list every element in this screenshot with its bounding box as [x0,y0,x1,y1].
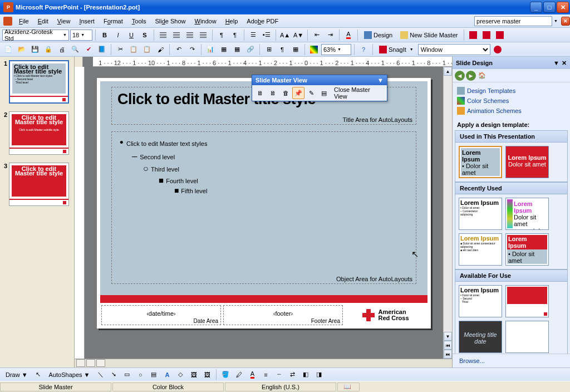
footer-placeholder[interactable]: ‹footer›Footer Area [223,305,343,325]
show-formatting-button[interactable]: ¶ [276,43,288,56]
template-thumb[interactable]: Lorem Ipsum• Dolor sit amet– Consectetur [505,233,549,266]
date-placeholder[interactable]: ‹date/time›Date Area [101,305,221,325]
scroll-down-button[interactable]: ▼ [444,332,452,341]
animation-schemes-link[interactable]: Animation Schemes [457,106,566,116]
mdi-close-button[interactable]: ✕ [561,17,570,26]
text-dir-button[interactable]: ¶ [215,29,228,41]
master-thumb-1[interactable]: Click to edit Master title style• Click … [9,60,69,104]
redo-button[interactable]: ↷ [186,43,198,56]
underline-button[interactable]: U [125,29,137,41]
font-color-button[interactable]: A [342,29,355,41]
pdf-button-1[interactable] [467,29,479,41]
slide-canvas[interactable]: Slide Master View▼ 🗎 🗎 🗑 📌 ✎ ▤ Close Mas… [85,67,443,359]
pdf-button-3[interactable] [494,29,506,41]
new-slide-master-button[interactable]: New Slide Master [397,29,461,41]
insert-title-master-button[interactable]: 🗎 [267,87,279,99]
snagit-button[interactable]: SnagIt▼ [376,43,417,56]
design-templates-link[interactable]: Design Templates [457,86,566,96]
select-objects-button[interactable]: ↖ [32,369,45,381]
menu-slideshow[interactable]: Slide Show [150,16,190,26]
align-left-button[interactable] [157,29,169,41]
arrow-style-button[interactable]: ⇄ [286,369,298,381]
ruler-horizontal[interactable]: 1 · · · 12 · · · 1 · · · 10 · · · 1 · · … [93,57,452,67]
template-thumb[interactable]: Lorem Ipsum• Dolor sit amet– Consectetur… [459,198,502,230]
3d-style-button[interactable]: ◨ [313,369,325,381]
numbering-button[interactable]: ☰ [247,29,259,41]
bold-button[interactable]: B [99,29,111,41]
menu-adobepdf[interactable]: Adobe PDF [242,16,283,26]
diagram-button[interactable]: ◇ [174,369,186,381]
picture-button[interactable]: 🖼 [201,369,213,381]
template-thumb[interactable] [505,321,549,353]
template-thumb[interactable]: Lorem Ipsum• Dolor sit amet– SecondThird [459,146,502,178]
italic-button[interactable]: I [112,29,124,41]
wordart-button[interactable]: A [161,369,173,381]
undo-button[interactable]: ↶ [173,43,185,56]
template-thumb[interactable] [505,285,549,317]
arrow-button[interactable]: ➘ [107,369,120,381]
cut-button[interactable]: ✂ [114,43,126,56]
next-slide-button[interactable]: ⏭ [444,350,452,359]
autoshapes-button[interactable]: AutoShapes ▼ [46,369,94,381]
template-thumb[interactable]: Lorem IpsumDolor sit amet consectetur ad… [505,198,549,230]
slideshow-view-button[interactable] [96,359,105,367]
slide-master-view-toolbar[interactable]: Slide Master View▼ 🗎 🗎 🗑 📌 ✎ ▤ Close Mas… [252,75,387,101]
new-button[interactable]: 📄 [2,43,14,56]
color-button[interactable] [308,43,320,56]
help-button[interactable]: ? [357,43,370,56]
color-schemes-link[interactable]: Color Schemes [457,96,566,106]
text-dir2-button[interactable]: ¶ [229,29,241,41]
table-button[interactable]: ▦ [218,43,230,56]
menu-format[interactable]: Format [99,16,127,26]
font-color-button-2[interactable]: A [246,369,258,381]
help-search-input[interactable] [474,16,552,26]
shadow-button[interactable]: S [139,29,151,41]
permission-button[interactable]: 🔒 [42,43,55,56]
dropdown-icon[interactable]: ▼ [554,19,558,23]
master-thumb-2[interactable]: Click to edit Master title styleClick to… [9,111,69,155]
close-master-view-button[interactable]: Close Master View [331,87,385,99]
menu-edit[interactable]: Edit [33,16,53,26]
ruler-vertical[interactable] [75,67,85,359]
font-size-select[interactable]: 18▼ [70,30,92,41]
home-button[interactable]: 🏠 [477,71,487,81]
maximize-button[interactable]: □ [543,2,556,13]
status-language[interactable]: English (U.S.) [225,383,336,391]
status-spell[interactable]: 📖 [337,383,360,391]
open-button[interactable]: 📂 [16,43,28,56]
menu-help[interactable]: Help [221,16,243,26]
master-layout-button[interactable]: ▤ [318,87,330,99]
menu-insert[interactable]: Insert [75,16,99,26]
bullets-button[interactable]: ▪☰ [261,29,273,41]
decrease-font-button[interactable]: A▼ [292,29,304,41]
floating-toolbar-title[interactable]: Slide Master View▼ [252,75,387,85]
copy-button[interactable]: 📋 [127,43,140,56]
body-level-3[interactable]: ○ Third level [143,164,408,174]
rename-master-button[interactable]: ✎ [305,87,317,99]
draw-menu-button[interactable]: Draw ▼ [2,369,31,381]
grid-button[interactable]: ▦ [289,43,302,56]
menu-view[interactable]: View [53,16,75,26]
body-level-4[interactable]: ■ Fourth level [159,175,408,185]
dropdown-icon[interactable]: ▼ [377,77,384,84]
window-select[interactable]: Window [418,44,490,55]
body-level-2[interactable]: – Second level [132,151,408,162]
template-thumb[interactable]: Lorem Ipsum■ Dolor sit amet consectetur … [459,233,502,266]
tables-borders-button[interactable]: ▦ [231,43,243,56]
delete-master-button[interactable]: 🗑 [279,87,292,99]
minimize-button[interactable]: _ [530,2,542,13]
hyperlink-button[interactable]: 🔗 [244,43,257,56]
body-level-5[interactable]: ■ Fifth level [174,186,408,195]
line-color-button[interactable]: 🖊 [233,369,245,381]
template-thumb[interactable]: Lorem IpsumDolor sit amet [505,146,549,178]
align-justify-button[interactable] [197,29,209,41]
align-center-button[interactable] [170,29,183,41]
menu-window[interactable]: Window [190,16,221,26]
decrease-indent-button[interactable]: ⇤ [311,29,323,41]
insert-slide-master-button[interactable]: 🗎 [254,87,266,99]
rectangle-button[interactable]: ▭ [121,369,133,381]
dash-style-button[interactable]: ┈ [273,369,285,381]
line-button[interactable]: ＼ [94,369,106,381]
research-button[interactable]: 📘 [96,43,108,56]
zoom-select[interactable]: 63%▼ [321,44,351,55]
